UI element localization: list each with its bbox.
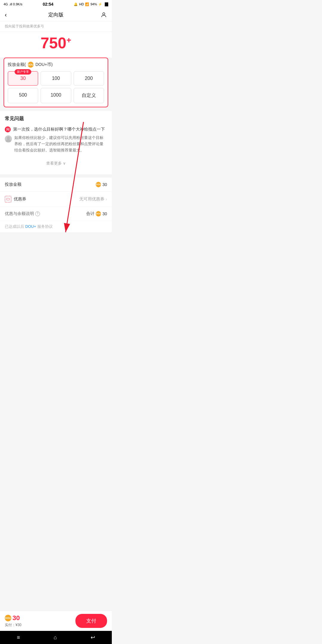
coupon-label: 优惠券 xyxy=(14,196,26,202)
faq-question: 问 第一次投，选什么目标好啊？哪个大神给指点一下 xyxy=(5,126,107,132)
total-value-num: 30 xyxy=(102,211,107,216)
amount-btn-200[interactable]: 200 xyxy=(74,71,104,86)
answer-avatar xyxy=(5,135,12,143)
battery-icon: ▐█ xyxy=(103,2,108,6)
total-label-group: 优惠与余额说明 ? xyxy=(5,211,40,216)
battery-level: 94% xyxy=(90,2,97,6)
amount-value-100: 100 xyxy=(52,76,60,81)
status-signal: 4G .ıll 0.9K/s xyxy=(4,2,22,6)
faq-answer-text: 如果你粉丝比较少，建议你可以先用粉丝量这个目标养粉，然后有了一定的粉丝再把粉丝量… xyxy=(14,135,107,153)
amount-btn-custom[interactable]: 自定义 xyxy=(74,88,104,103)
svg-point-0 xyxy=(103,13,105,15)
page-title: 定向版 xyxy=(14,11,98,18)
agreement-link[interactable]: DOU+ xyxy=(25,224,36,229)
amount-value-1000: 1000 xyxy=(51,92,61,97)
amount-label-text: 投放金额( xyxy=(8,62,26,67)
divider-1 xyxy=(0,174,112,175)
order-section: 投放金额 DOU 30 优惠券 无可用优惠券 › 优惠与 xyxy=(0,178,112,221)
amount-value-200: 200 xyxy=(85,76,93,81)
subtitle-text: 投向延于投和效果优多弓 xyxy=(5,24,44,28)
big-number-section: 750+ xyxy=(0,32,112,58)
faq-section: 常见问题 问 第一次投，选什么目标好啊？哪个大神给指点一下 如果你粉丝比较少，建… xyxy=(0,111,112,174)
agreement-text: 已达成以后 xyxy=(5,224,25,229)
amount-value-custom: 自定义 xyxy=(82,93,96,98)
status-right: 🔔 HD 📶 94% ⚡ ▐█ xyxy=(74,2,108,6)
order-row-coupon[interactable]: 优惠券 无可用优惠券 › xyxy=(0,192,112,207)
coupon-no-text: 无可用优惠券 xyxy=(79,196,104,202)
order-amount-label: 投放金额 xyxy=(5,182,21,187)
see-more-text: 查看更多 xyxy=(46,161,62,166)
agreement-text2: 服务协议 xyxy=(37,224,53,229)
faq-item: 问 第一次投，选什么目标好啊？哪个大神给指点一下 如果你粉丝比较少，建议你可以先… xyxy=(5,126,107,153)
coupon-value-group: 无可用优惠券 › xyxy=(79,196,107,202)
amount-label: 投放金额( DOU DOU+币) xyxy=(8,62,104,68)
faded-bar: 已达成以后 DOU+ 服务协议 xyxy=(0,221,112,232)
faq-title: 常见问题 xyxy=(5,116,107,122)
svg-rect-2 xyxy=(7,198,10,200)
amount-grid: 新户专享 30 100 200 500 1000 自定义 xyxy=(8,71,104,103)
top-nav: ‹ 定向版 xyxy=(0,8,112,21)
back-button[interactable]: ‹ xyxy=(5,11,14,18)
total-value-group: 合计 DOU 30 xyxy=(86,211,107,216)
amount-btn-100[interactable]: 100 xyxy=(41,71,71,86)
amount-btn-500[interactable]: 500 xyxy=(8,88,38,103)
faq-answer: 如果你粉丝比较少，建议你可以先用粉丝量这个目标养粉，然后有了一定的粉丝再把粉丝量… xyxy=(5,135,107,153)
status-time: 02:54 xyxy=(43,2,53,7)
subtitle-bar: 投向延于投和效果优多弓 xyxy=(0,21,112,32)
page-wrapper: 4G .ıll 0.9K/s 02:54 🔔 HD 📶 94% ⚡ ▐█ ‹ 定… xyxy=(0,0,112,262)
dou-label-text: DOU+币) xyxy=(35,62,53,67)
dou-coin-icon: DOU xyxy=(28,62,34,68)
amount-btn-1000[interactable]: 1000 xyxy=(41,88,71,103)
order-row-total: 优惠与余额说明 ? 合计 DOU 30 xyxy=(0,207,112,221)
chevron-right-icon: › xyxy=(106,197,107,202)
order-amount-value: 30 xyxy=(102,182,107,187)
see-more-button[interactable]: 查看更多 ∨ xyxy=(5,157,107,170)
svg-point-1 xyxy=(7,137,10,140)
amount-section: 投放金额( DOU DOU+币) 新户专享 30 100 200 500 100… xyxy=(4,58,108,107)
total-label-text: 优惠与余额说明 xyxy=(5,211,34,216)
new-user-badge: 新户专享 xyxy=(15,69,31,75)
dou-coin-total: DOU xyxy=(96,211,101,216)
user-icon[interactable] xyxy=(98,12,107,18)
charging-icon: ⚡ xyxy=(98,2,102,6)
big-number-value: 750 xyxy=(41,34,66,52)
amount-btn-30[interactable]: 新户专享 30 xyxy=(8,71,38,86)
coupon-row: 优惠券 xyxy=(5,196,26,202)
order-amount-value-group: DOU 30 xyxy=(96,182,107,187)
amount-value-30: 30 xyxy=(20,76,26,81)
big-number: 750+ xyxy=(5,35,107,52)
faq-question-text: 第一次投，选什么目标好啊？哪个大神给指点一下 xyxy=(13,126,105,132)
chevron-down-icon: ∨ xyxy=(63,161,66,165)
help-icon[interactable]: ? xyxy=(35,211,40,216)
question-badge: 问 xyxy=(5,126,11,132)
status-bar: 4G .ıll 0.9K/s 02:54 🔔 HD 📶 94% ⚡ ▐█ xyxy=(0,0,112,8)
amount-value-500: 500 xyxy=(19,92,27,97)
alarm-icon: 🔔 xyxy=(74,2,78,6)
total-prefix: 合计 xyxy=(86,211,95,216)
wifi-icon: 📶 xyxy=(85,2,89,6)
hd-badge: HD xyxy=(79,2,84,6)
big-number-super: + xyxy=(66,35,71,45)
coupon-icon xyxy=(5,196,11,202)
dou-coin-amount: DOU xyxy=(96,182,101,187)
order-row-amount: 投放金额 DOU 30 xyxy=(0,178,112,192)
